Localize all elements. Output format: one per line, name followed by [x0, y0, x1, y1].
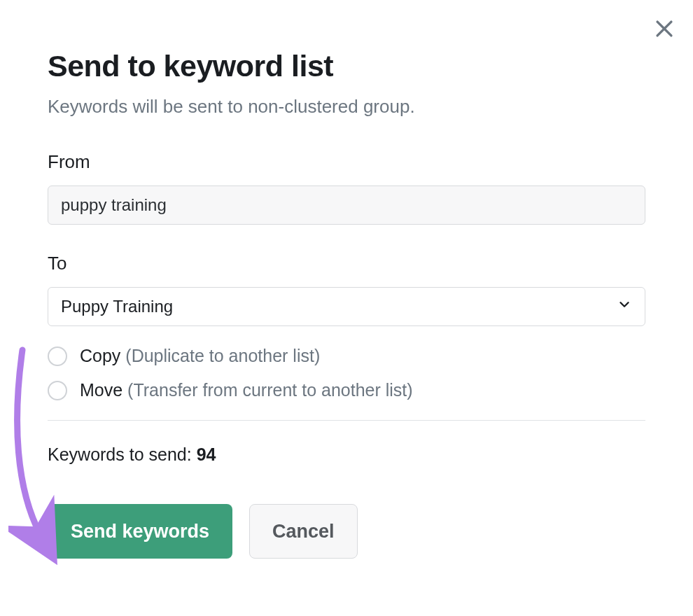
to-value: Puppy Training: [61, 297, 173, 316]
modal-title: Send to keyword list: [48, 49, 645, 83]
chevron-down-icon: [617, 297, 632, 316]
close-icon[interactable]: [652, 17, 676, 41]
to-select[interactable]: Puppy Training: [48, 287, 645, 326]
button-row: Send keywords Cancel: [48, 504, 645, 559]
copy-label: Copy: [80, 346, 120, 365]
move-hint: (Transfer from current to another list): [127, 380, 413, 400]
radio-move-text: Move (Transfer from current to another l…: [80, 380, 413, 400]
to-field-group: To Puppy Training: [48, 253, 645, 326]
divider: [48, 420, 645, 421]
cancel-button[interactable]: Cancel: [249, 504, 358, 559]
send-keyword-modal: Send to keyword list Keywords will be se…: [0, 0, 693, 587]
radio-icon: [48, 346, 67, 366]
radio-copy[interactable]: Copy (Duplicate to another list): [48, 346, 645, 366]
move-label: Move: [80, 380, 122, 400]
count-line: Keywords to send: 94: [48, 444, 645, 465]
modal-subtitle: Keywords will be sent to non-clustered g…: [48, 96, 645, 118]
from-input[interactable]: puppy training: [48, 186, 645, 225]
from-field-group: From puppy training: [48, 151, 645, 225]
radio-move[interactable]: Move (Transfer from current to another l…: [48, 380, 645, 400]
from-label: From: [48, 151, 645, 173]
to-label: To: [48, 253, 645, 274]
count-value: 94: [197, 444, 216, 464]
cancel-label: Cancel: [272, 521, 335, 542]
count-label: Keywords to send:: [48, 444, 197, 464]
copy-hint: (Duplicate to another list): [125, 346, 320, 365]
send-keywords-button[interactable]: Send keywords: [48, 504, 232, 559]
radio-copy-text: Copy (Duplicate to another list): [80, 346, 320, 366]
mode-options: Copy (Duplicate to another list) Move (T…: [48, 346, 645, 400]
send-keywords-label: Send keywords: [71, 521, 209, 542]
from-value: puppy training: [61, 195, 167, 215]
radio-icon: [48, 381, 67, 400]
